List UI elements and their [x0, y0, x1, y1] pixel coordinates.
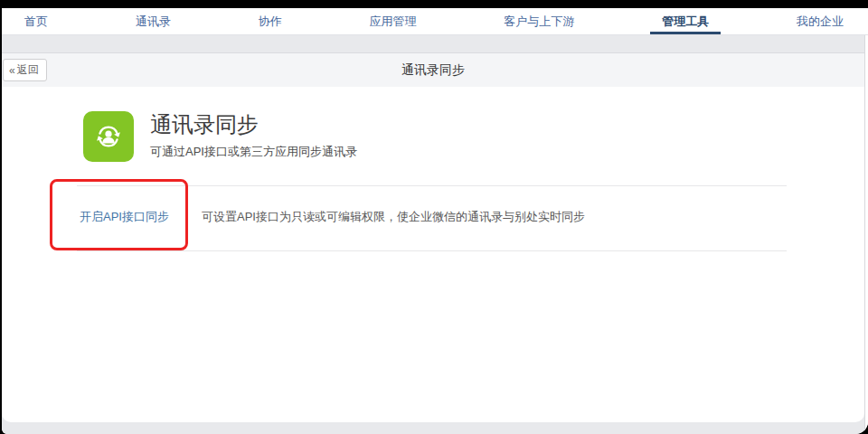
- sub-header: « 返回 通讯录同步: [2, 52, 864, 87]
- api-sync-description: 可设置API接口为只读或可编辑权限，使企业微信的通讯录与别处实时同步: [202, 209, 585, 225]
- nav-item-app-management[interactable]: 应用管理: [357, 8, 428, 34]
- nav-item-collaboration[interactable]: 协作: [247, 8, 294, 34]
- workspace: « 返回 通讯录同步: [2, 34, 868, 434]
- page-title: 通讯录同步: [2, 53, 864, 87]
- divider-top: [77, 185, 787, 186]
- top-nav: 首页 通讯录 协作 应用管理 客户与上下游 管理工具 我的企业: [2, 8, 868, 34]
- scrollbar-track[interactable]: [864, 35, 868, 434]
- back-button[interactable]: « 返回: [3, 59, 47, 81]
- content-panel: 通讯录同步 可通过API接口或第三方应用同步通讯录 开启API接口同步 可设置A…: [2, 87, 864, 422]
- feature-text: 通讯录同步 可通过API接口或第三方应用同步通讯录: [150, 111, 357, 162]
- browser-window: 首页 通讯录 协作 应用管理 客户与上下游 管理工具 我的企业 « 返回 通讯录…: [2, 8, 868, 434]
- person-sync-glyph: [92, 120, 125, 153]
- back-chevron-icon: «: [9, 64, 15, 77]
- page: « 返回 通讯录同步: [2, 35, 864, 422]
- feature-title: 通讯录同步: [150, 111, 357, 138]
- nav-item-home[interactable]: 首页: [13, 8, 60, 34]
- enable-api-sync-link[interactable]: 开启API接口同步: [80, 209, 169, 225]
- nav-item-management-tools[interactable]: 管理工具: [650, 8, 721, 34]
- feature-subtitle: 可通过API接口或第三方应用同步通讯录: [150, 144, 357, 160]
- contact-sync-icon: [83, 111, 134, 162]
- back-button-label: 返回: [17, 62, 39, 78]
- nav-item-customers-upstream-downstream[interactable]: 客户与上下游: [492, 8, 586, 34]
- nav-item-contacts[interactable]: 通讯录: [124, 8, 183, 34]
- feature-header: 通讯录同步 可通过API接口或第三方应用同步通讯录: [83, 111, 357, 162]
- nav-item-my-enterprise[interactable]: 我的企业: [785, 8, 855, 34]
- divider-bottom: [77, 250, 787, 251]
